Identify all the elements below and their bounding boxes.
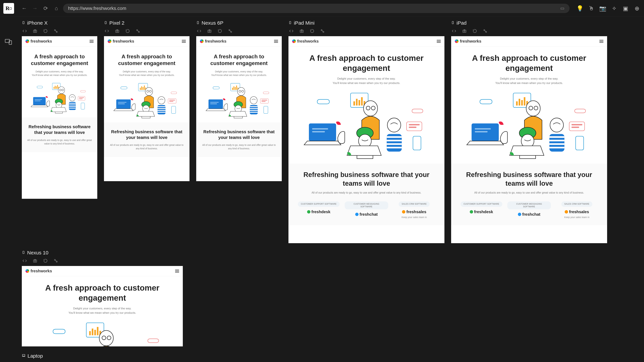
device-frame[interactable]: freshworks A fresh approach to customer …	[451, 36, 607, 243]
touch-icon[interactable]	[53, 258, 59, 264]
bulb-icon[interactable]: 💡	[576, 5, 584, 12]
mouse-icon[interactable]: 🖱	[588, 5, 595, 12]
logo-mark-icon	[455, 39, 458, 43]
app-logo[interactable]: R▢	[3, 3, 14, 14]
screenshot-icon[interactable]	[32, 258, 38, 264]
menu-button[interactable]	[175, 270, 179, 273]
device-frame[interactable]: freshworks A fresh approach to customer …	[288, 36, 444, 243]
product-card[interactable]: CUSTOMER SUPPORT SOFTWARE freshdesk	[460, 201, 503, 219]
sparkle-icon[interactable]: ✧	[610, 5, 618, 12]
svg-rect-98	[353, 101, 355, 106]
devices-view-icon[interactable]	[4, 37, 13, 46]
url-bar[interactable]: https://www.freshworks.com ▭	[63, 4, 570, 13]
freshworks-logo[interactable]: freshworks	[26, 39, 52, 43]
product-card[interactable]: SALES CRM SOFTWARE freshsales Keep your …	[392, 201, 436, 219]
menu-button[interactable]	[90, 40, 94, 43]
rotate-icon[interactable]	[42, 258, 48, 264]
svg-rect-151	[576, 136, 584, 150]
freshworks-logo[interactable]: freshworks	[292, 39, 319, 43]
svg-point-136	[526, 101, 540, 116]
screenshot-icon[interactable]	[462, 28, 467, 34]
hero-tagline: Delight your customers, every step of th…	[109, 70, 184, 77]
freshworks-logo[interactable]: freshworks	[455, 39, 481, 43]
screenshot-icon[interactable]	[299, 28, 304, 34]
freshworks-logo[interactable]: freshworks	[26, 269, 52, 273]
rotate-icon[interactable]	[217, 28, 223, 34]
freshworks-logo[interactable]: freshworks	[200, 39, 226, 43]
forward-button[interactable]: →	[32, 5, 38, 12]
menu-button[interactable]	[437, 40, 441, 43]
product-name: freshsales	[392, 210, 436, 214]
device-frame[interactable]: freshworks A fresh approach to customer …	[22, 266, 183, 347]
rotate-icon[interactable]	[309, 28, 315, 34]
svg-rect-84	[250, 106, 258, 107]
svg-rect-11	[57, 85, 58, 89]
svg-rect-26	[69, 106, 76, 107]
touch-icon[interactable]	[135, 28, 141, 34]
product-dot-icon	[307, 210, 310, 214]
section2-sub: All of our products are ready to go, eas…	[456, 191, 602, 195]
hero-title: A fresh approach to customer engagement	[109, 53, 184, 66]
home-button[interactable]: ⌂	[53, 5, 60, 12]
svg-rect-27	[69, 108, 76, 108]
menu-button[interactable]	[274, 40, 278, 43]
device-frame[interactable]: freshworks A fresh approach to customer …	[196, 36, 282, 181]
svg-point-166	[99, 331, 113, 346]
devtools-icon[interactable]	[104, 28, 110, 34]
reload-button[interactable]: ⟳	[42, 5, 49, 12]
touch-icon[interactable]	[228, 28, 233, 34]
hero-illustration	[464, 90, 595, 160]
camera-icon[interactable]: 📷	[599, 5, 606, 12]
rotate-icon[interactable]	[42, 361, 48, 362]
reader-mode-icon[interactable]: ▭	[560, 6, 564, 11]
product-card[interactable]: CUSTOMER MESSAGING SOFTWARE freshchat	[507, 201, 551, 219]
device-name: iPad Mini	[294, 20, 314, 26]
svg-rect-68	[232, 88, 233, 90]
svg-rect-54	[158, 106, 166, 107]
devtools-icon[interactable]	[288, 28, 294, 34]
brand-text: freshworks	[113, 39, 134, 43]
svg-rect-182	[22, 355, 25, 356]
svg-rect-99	[356, 99, 358, 105]
logo-mark-icon	[26, 39, 29, 43]
screenshot-icon[interactable]	[206, 28, 212, 34]
devtools-icon[interactable]	[196, 28, 202, 34]
svg-rect-135	[474, 131, 487, 132]
screenshot-icon[interactable]	[32, 361, 38, 362]
touch-icon[interactable]	[482, 28, 488, 34]
product-card[interactable]: CUSTOMER SUPPORT SOFTWARE freshdesk	[297, 201, 340, 219]
section2-title: Refreshing business software that your t…	[27, 124, 92, 135]
zoom-icon[interactable]: ⊕	[633, 5, 641, 12]
device-type-icon	[451, 21, 454, 25]
touch-icon[interactable]	[320, 28, 325, 34]
svg-rect-30	[79, 98, 82, 99]
device-frame[interactable]: freshworks A fresh approach to customer …	[22, 36, 97, 199]
window-icon[interactable]: ▣	[622, 5, 629, 12]
touch-icon[interactable]	[53, 361, 59, 362]
devtools-icon[interactable]	[22, 361, 28, 362]
hero-title: A fresh approach to customer engagement	[201, 53, 277, 66]
rotate-icon[interactable]	[42, 28, 48, 34]
product-card[interactable]: SALES CRM SOFTWARE freshsales Keep your …	[555, 201, 599, 219]
devtools-icon[interactable]	[22, 28, 28, 34]
svg-point-22	[69, 94, 75, 101]
device-frame[interactable]: freshworks A fresh approach to customer …	[104, 36, 190, 181]
svg-rect-55	[158, 108, 166, 109]
devtools-icon[interactable]	[451, 28, 457, 34]
svg-rect-104	[312, 128, 328, 130]
back-button[interactable]: ←	[21, 5, 28, 12]
svg-rect-38	[140, 88, 140, 90]
screenshot-icon[interactable]	[32, 28, 38, 34]
rotate-icon[interactable]	[472, 28, 478, 34]
hero-illustration	[113, 82, 181, 119]
svg-point-82	[250, 96, 257, 104]
rotate-icon[interactable]	[125, 28, 130, 34]
product-card[interactable]: CUSTOMER MESSAGING SOFTWARE freshchat	[345, 201, 388, 219]
touch-icon[interactable]	[53, 28, 59, 34]
svg-rect-70	[235, 87, 236, 90]
devtools-icon[interactable]	[22, 258, 28, 264]
freshworks-logo[interactable]: freshworks	[108, 39, 134, 43]
screenshot-icon[interactable]	[114, 28, 120, 34]
menu-button[interactable]	[182, 40, 186, 43]
menu-button[interactable]	[600, 40, 604, 43]
